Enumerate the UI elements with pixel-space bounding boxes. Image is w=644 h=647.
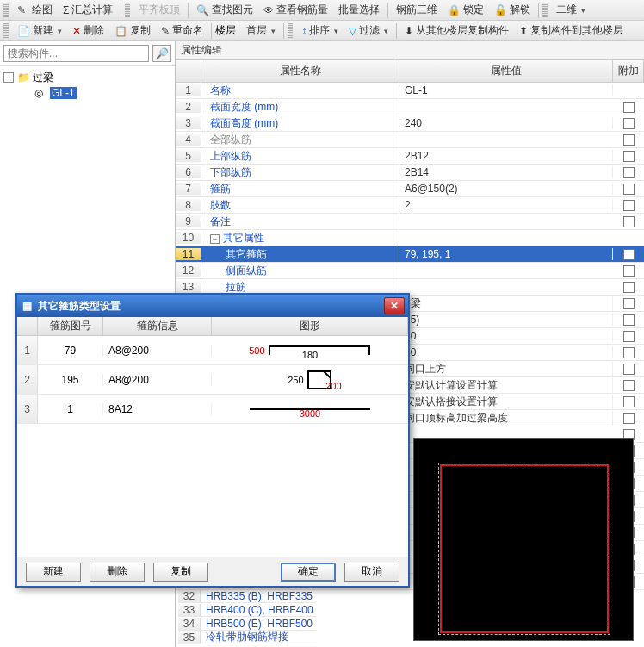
stirrup-row[interactable]: 2195A8@200250 200 — [17, 365, 408, 395]
prop-value[interactable]: 同口上方 — [399, 362, 613, 376]
prop-value[interactable]: 240 — [399, 117, 613, 129]
prop-value[interactable]: GL-1 — [399, 84, 613, 96]
flatten-button[interactable]: 平齐板顶 — [134, 2, 184, 19]
2d-button[interactable]: 二维▾ — [552, 2, 590, 19]
prop-value[interactable]: 2B14 — [399, 166, 613, 178]
dlg-new-button[interactable]: 新建 — [26, 563, 81, 582]
stirrup-row[interactable]: 179A8@200500 180 — [17, 336, 408, 365]
checkbox[interactable] — [623, 118, 635, 129]
prop-value[interactable]: 25) — [399, 314, 613, 326]
checkbox[interactable] — [623, 249, 635, 260]
prop-value[interactable]: 3梁 — [399, 296, 613, 311]
draw-button[interactable]: ✎绘图 — [13, 2, 57, 19]
prop-add[interactable] — [613, 167, 644, 178]
prop-value[interactable]: 79, 195, 1 — [399, 248, 613, 260]
lock-button[interactable]: 🔒锁定 — [443, 2, 488, 19]
stirrup-id[interactable]: 195 — [38, 374, 103, 386]
prop-add[interactable] — [613, 184, 644, 195]
prop-row[interactable]: 11其它箍筋79, 195, 1 — [176, 246, 644, 263]
copy-to-button[interactable]: ⬆复制构件到其他楼层 — [515, 22, 628, 40]
checkbox[interactable] — [623, 134, 635, 146]
prop-row[interactable]: 33HRB400 (C), HRBF400 — [178, 603, 316, 617]
rebar-button[interactable]: 👁查看钢筋量 — [259, 2, 332, 19]
close-button[interactable]: ✕ — [384, 297, 405, 314]
prop-row[interactable]: 3截面高度 (mm)240 — [176, 115, 644, 132]
dlg-delete-button[interactable]: 删除 — [90, 563, 145, 582]
rename-button[interactable]: ✎重命名 — [157, 22, 207, 40]
prop-row[interactable]: 6下部纵筋2B14 — [176, 165, 644, 181]
collapse-icon[interactable]: − — [3, 72, 14, 83]
prop-add[interactable] — [613, 249, 644, 260]
checkbox[interactable] — [623, 298, 635, 309]
prop-row[interactable]: 7箍筋A6@150(2) — [176, 181, 644, 197]
rebar3d-button[interactable]: 钢筋三维 — [392, 2, 442, 19]
stirrup-shape[interactable]: 500 180 — [212, 336, 408, 364]
stirrup-info[interactable]: A8@200 — [103, 345, 212, 357]
prop-value[interactable]: 50 — [399, 330, 613, 342]
prop-add[interactable] — [613, 102, 644, 113]
tree-root[interactable]: − 📁 过梁 — [3, 70, 171, 85]
dialog-titlebar[interactable]: ▦ 其它箍筋类型设置 ✕ — [17, 295, 408, 317]
checkbox[interactable] — [623, 265, 635, 277]
prop-add[interactable] — [613, 265, 644, 277]
stirrup-id[interactable]: 1 — [38, 403, 103, 415]
stirrup-shape[interactable]: 250 200 — [212, 365, 408, 394]
stirrup-shape[interactable]: 3000 — [212, 395, 408, 423]
checkbox[interactable] — [623, 102, 635, 113]
prop-row[interactable]: 2截面宽度 (mm) — [176, 99, 644, 115]
stirrup-info[interactable]: 8A12 — [103, 403, 212, 415]
prop-row[interactable]: 10−其它属性 — [176, 230, 644, 246]
checkbox[interactable] — [623, 364, 635, 375]
delete-button[interactable]: ✕删除 — [68, 22, 108, 40]
collapse-icon[interactable]: − — [210, 234, 220, 244]
prop-value[interactable]: 同口顶标高加过梁高度 — [399, 411, 613, 426]
checkbox[interactable] — [623, 282, 635, 293]
prop-value[interactable]: 安默认计算设置计算 — [399, 378, 613, 393]
checkbox[interactable] — [623, 151, 635, 162]
checkbox[interactable] — [623, 380, 635, 391]
prop-value[interactable]: 2B12 — [399, 150, 613, 162]
sort-button[interactable]: ↕排序▾ — [297, 22, 343, 40]
copy-button[interactable]: 📋复制 — [110, 22, 155, 40]
sum-button[interactable]: Σ 汇总计算 — [59, 2, 117, 19]
tree-item-gl1[interactable]: ◎ GL-1 — [3, 85, 171, 101]
dlg-ok-button[interactable]: 确定 — [281, 563, 336, 582]
checkbox[interactable] — [623, 396, 635, 407]
prop-value[interactable]: 2 — [399, 199, 613, 211]
new-button[interactable]: 📄新建▾ — [13, 22, 66, 40]
prop-row[interactable]: 4全部纵筋 — [176, 132, 644, 148]
search-input[interactable] — [3, 45, 149, 62]
prop-row[interactable]: 9备注 — [176, 214, 644, 230]
prop-row[interactable]: 34HRB500 (E), HRBF500 — [178, 617, 316, 631]
dlg-copy-button[interactable]: 复制 — [153, 563, 208, 582]
stirrup-id[interactable]: 79 — [38, 345, 103, 357]
checkbox[interactable] — [623, 331, 635, 342]
copy-from-button[interactable]: ⬇从其他楼层复制构件 — [400, 22, 513, 40]
stirrup-row[interactable]: 318A123000 — [17, 395, 408, 424]
prop-value[interactable]: 50 — [399, 346, 613, 358]
prop-add[interactable] — [613, 282, 644, 293]
prop-row[interactable]: 32HRB335 (B), HRBF335 — [178, 589, 316, 603]
checkbox[interactable] — [623, 216, 635, 227]
prop-add[interactable] — [613, 118, 644, 129]
stirrup-info[interactable]: A8@200 — [103, 374, 212, 386]
find-button[interactable]: 🔍查找图元 — [192, 2, 257, 19]
checkbox[interactable] — [623, 314, 635, 326]
prop-row[interactable]: 5上部纵筋2B12 — [176, 148, 644, 165]
checkbox[interactable] — [623, 413, 635, 424]
prop-add[interactable] — [613, 151, 644, 162]
floor-select[interactable]: 首层▾ — [242, 22, 280, 40]
search-button[interactable]: 🔎 — [152, 45, 171, 62]
checkbox[interactable] — [623, 200, 635, 211]
checkbox[interactable] — [623, 184, 635, 195]
prop-add[interactable] — [613, 134, 644, 146]
checkbox[interactable] — [623, 167, 635, 178]
prop-add[interactable] — [613, 200, 644, 211]
prop-row[interactable]: 12侧面纵筋 — [176, 263, 644, 279]
dlg-cancel-button[interactable]: 取消 — [344, 563, 399, 582]
prop-row[interactable]: 8肢数2 — [176, 197, 644, 214]
prop-value[interactable]: 安默认搭接设置计算 — [399, 395, 613, 409]
checkbox[interactable] — [623, 347, 635, 358]
prop-row[interactable]: 1名称GL-1 — [176, 83, 644, 99]
batch-button[interactable]: 批量选择 — [334, 2, 384, 19]
